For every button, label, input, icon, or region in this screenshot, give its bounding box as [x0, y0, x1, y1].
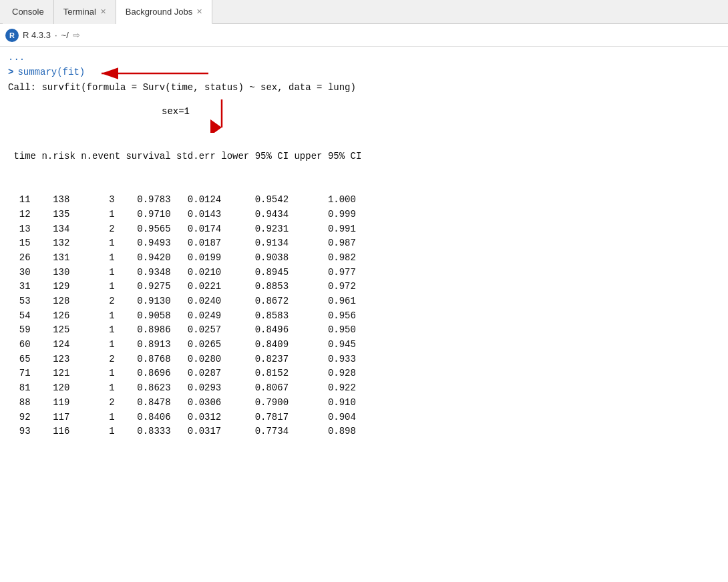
console-wrapper: ... > summary(fit) Call: survfit(formula… [0, 47, 728, 582]
prev-output-line: ... [8, 51, 720, 65]
tab-console-label: Console [12, 7, 44, 17]
toolbar: R R 4.3.3 · ~/ ⇨ [0, 24, 728, 47]
col-headers: time n.risk n.event survival std.err low… [8, 150, 720, 164]
prompt-line: > summary(fit) [8, 65, 720, 80]
tab-background-jobs[interactable]: Background Jobs ✕ [116, 0, 212, 24]
table-row: 26 131 1 0.9420 0.0199 0.9038 0.982 [8, 251, 720, 266]
toolbar-separator: · [55, 30, 57, 40]
data-rows-container: 11 138 3 0.9783 0.0124 0.9542 1.000 12 1… [8, 193, 720, 439]
table-row: 30 130 1 0.9348 0.0210 0.8945 0.977 [8, 266, 720, 280]
sex-header-container: sex=1 [8, 105, 720, 119]
table-row: 13 134 2 0.9565 0.0174 0.9231 0.991 [8, 222, 720, 237]
table-row: 81 120 1 0.8623 0.0293 0.8067 0.922 [8, 381, 720, 396]
call-line: Call: survfit(formula = Surv(time, statu… [8, 81, 720, 95]
table-row: 12 135 1 0.9710 0.0143 0.9434 0.999 [8, 208, 720, 222]
table-row: 92 117 1 0.8406 0.0312 0.7817 0.904 [8, 410, 720, 425]
tab-background-jobs-close[interactable]: ✕ [196, 7, 202, 16]
table-row: 65 123 2 0.8768 0.0280 0.8237 0.933 [8, 352, 720, 367]
table-row: 31 129 1 0.9275 0.0221 0.8853 0.972 [8, 280, 720, 294]
tab-terminal[interactable]: Terminal ✕ [54, 0, 116, 24]
tab-terminal-label: Terminal [63, 7, 96, 17]
tab-console[interactable]: Console [3, 0, 54, 24]
table-row: 15 132 1 0.9493 0.0187 0.9134 0.987 [8, 236, 720, 251]
table-row: 54 126 1 0.9058 0.0249 0.8583 0.956 [8, 309, 720, 324]
table-row: 60 124 1 0.8913 0.0265 0.8409 0.945 [8, 338, 720, 352]
table-area: time n.risk n.event survival std.err low… [8, 121, 720, 469]
table-row: 71 121 1 0.8696 0.0287 0.8152 0.928 [8, 366, 720, 381]
toolbar-directory: ~/ [61, 30, 69, 40]
tab-background-jobs-label: Background Jobs [126, 7, 192, 17]
table-row: 88 119 2 0.8478 0.0306 0.7900 0.910 [8, 396, 720, 410]
table-row: 93 116 1 0.8333 0.0317 0.7734 0.898 [8, 424, 720, 439]
tab-terminal-close[interactable]: ✕ [100, 7, 106, 16]
console-content[interactable]: ... > summary(fit) Call: survfit(formula… [0, 47, 728, 582]
toolbar-forward-icon: ⇨ [73, 30, 80, 40]
table-row: 59 125 1 0.8986 0.0257 0.8496 0.950 [8, 323, 720, 338]
command-text: summary(fit) [17, 65, 85, 80]
prompt-symbol: > [8, 65, 13, 80]
tab-bar: Console Terminal ✕ Background Jobs ✕ [0, 0, 728, 24]
r-version-label: R 4.3.3 [23, 30, 51, 40]
table-row: 11 138 3 0.9783 0.0124 0.9542 1.000 [8, 193, 720, 208]
table-row: 53 128 2 0.9130 0.0240 0.8672 0.961 [8, 294, 720, 309]
app-container: Console Terminal ✕ Background Jobs ✕ R R… [0, 0, 728, 582]
r-logo-icon: R [5, 29, 19, 42]
sex1-label: sex=1 [162, 106, 190, 117]
